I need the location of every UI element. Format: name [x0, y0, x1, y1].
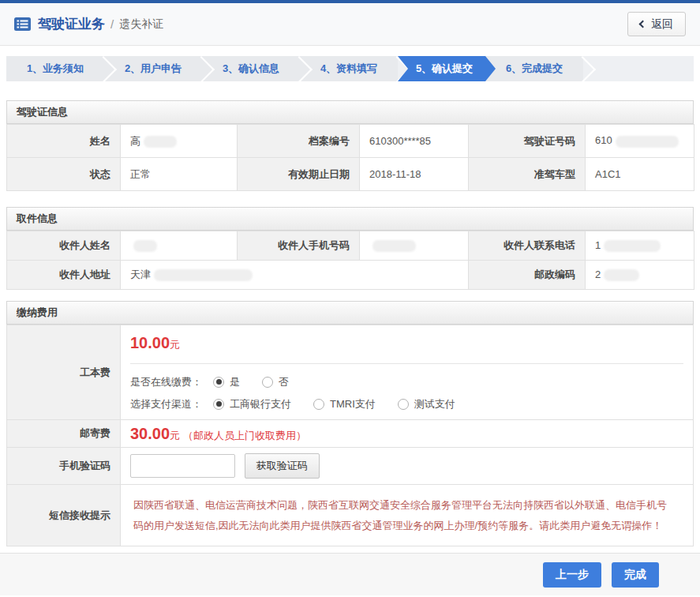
name-label: 姓名 [7, 125, 121, 158]
postage-amount: 30.00元 [130, 426, 180, 443]
footer-action-bar: 上一步 完成 [0, 553, 700, 595]
license-number-value: 610 [586, 125, 694, 158]
redacted-value [154, 269, 253, 281]
chevron-left-icon [639, 21, 647, 28]
recipient-address-value: 天津 [121, 261, 469, 290]
online-pay-question-row: 是否在线缴费： 是 否 [130, 375, 683, 389]
payment-section-title: 缴纳费用 [6, 301, 694, 325]
divider [130, 363, 683, 364]
postage-content: 30.00元（邮政人员上门收取费用） [121, 420, 694, 448]
pickup-info-section: 取件信息 收件人姓名 收件人手机号码 收件人联系电话 1 收件人地址 天津 邮政… [6, 207, 694, 290]
channel-tmri-radio[interactable]: TMRI支付 [313, 397, 376, 411]
step-6-finish-submit[interactable]: 6、完成提交 [485, 56, 583, 81]
license-section-title: 驾驶证信息 [6, 100, 694, 124]
radio-unchecked-icon [313, 399, 324, 410]
table-row: 收件人地址 天津 邮政编码 2 [7, 261, 694, 290]
table-row: 状态 正常 有效期止日期 2018-11-18 准驾车型 A1C1 [7, 158, 694, 191]
zip-code-value: 2 [586, 261, 694, 290]
payment-section: 缴纳费用 工本费 10.00元 是否在线缴费： 是 否 [6, 301, 694, 546]
license-menu-icon [14, 17, 31, 31]
recipient-phone-value: 1 [586, 231, 694, 261]
recipient-name-label: 收件人姓名 [7, 231, 121, 261]
sms-notice-label: 短信接收提示 [7, 485, 121, 546]
license-info-section: 驾驶证信息 姓名 高 档案编号 610300****85 驾驶证号码 610 状… [6, 100, 694, 191]
table-row: 收件人姓名 收件人手机号码 收件人联系电话 1 [7, 231, 694, 261]
pay-channel-question-row: 选择支付渠道： 工商银行支付 TMRI支付 测试支付 [130, 397, 683, 411]
sms-code-input[interactable] [130, 454, 235, 478]
breadcrumb-divider: / [110, 17, 114, 31]
sms-code-content: 获取验证码 [121, 448, 694, 485]
back-button-label: 返回 [651, 17, 673, 32]
page-title: 驾驶证业务 [38, 15, 105, 33]
license-info-table: 姓名 高 档案编号 610300****85 驾驶证号码 610 状态 正常 有… [6, 124, 694, 191]
finish-button[interactable]: 完成 [612, 562, 659, 588]
breadcrumb-current: 遗失补证 [119, 17, 163, 32]
postage-label: 邮寄费 [7, 420, 121, 448]
zip-code-label: 邮政编码 [469, 261, 586, 290]
pay-channel-question: 选择支付渠道： [130, 397, 202, 411]
redacted-value [133, 240, 157, 252]
card-fee-amount: 10.00元 [130, 331, 683, 354]
table-row: 姓名 高 档案编号 610300****85 驾驶证号码 610 [7, 125, 694, 158]
radio-checked-icon [213, 399, 224, 410]
step-2-user-declaration[interactable]: 2、用户申告 [104, 56, 202, 81]
page-header: 驾驶证业务 / 遗失补证 返回 [0, 3, 700, 46]
license-number-label: 驾驶证号码 [469, 125, 586, 158]
radio-unchecked-icon [398, 399, 409, 410]
recipient-mobile-label: 收件人手机号码 [238, 231, 360, 261]
redacted-value [616, 136, 679, 148]
recipient-name-value [121, 231, 238, 261]
pickup-info-table: 收件人姓名 收件人手机号码 收件人联系电话 1 收件人地址 天津 邮政编码 2 [6, 231, 694, 290]
name-value: 高 [121, 125, 238, 158]
channel-test-radio[interactable]: 测试支付 [398, 397, 455, 411]
recipient-address-label: 收件人地址 [7, 261, 121, 290]
sms-code-label: 手机验证码 [7, 448, 121, 485]
file-number-value: 610300****85 [360, 125, 469, 158]
redacted-value [144, 136, 177, 148]
step-1-business-notice[interactable]: 1、业务须知 [6, 56, 104, 81]
step-5-confirm-submit[interactable]: 5、确认提交 [398, 56, 496, 81]
postage-note: （邮政人员上门收取费用） [183, 430, 306, 441]
online-pay-no-radio[interactable]: 否 [262, 375, 289, 389]
redacted-value [372, 240, 416, 252]
online-pay-yes-radio[interactable]: 是 [213, 375, 240, 389]
card-fee-content: 10.00元 是否在线缴费： 是 否 选择支付渠道： [121, 325, 694, 420]
sms-notice-text: 因陕西省联通、电信运营商技术问题，陕西省互联网交通安全综合服务管理平台无法向持陕… [130, 490, 683, 541]
previous-step-button[interactable]: 上一步 [543, 562, 601, 588]
status-label: 状态 [7, 158, 121, 191]
step-bar-filler [583, 56, 694, 81]
card-fee-label: 工本费 [7, 325, 121, 420]
vehicle-class-value: A1C1 [586, 158, 694, 191]
status-value: 正常 [121, 158, 238, 191]
channel-icbc-radio[interactable]: 工商银行支付 [213, 397, 291, 411]
radio-unchecked-icon [262, 377, 273, 388]
get-code-button[interactable]: 获取验证码 [245, 453, 320, 479]
postage-fee-row: 邮寄费 30.00元（邮政人员上门收取费用） [7, 420, 694, 448]
payment-table: 工本费 10.00元 是否在线缴费： 是 否 [6, 325, 694, 546]
vehicle-class-label: 准驾车型 [469, 158, 586, 191]
recipient-phone-label: 收件人联系电话 [469, 231, 586, 261]
sms-code-row: 手机验证码 获取验证码 [7, 448, 694, 485]
expiry-date-value: 2018-11-18 [360, 158, 469, 191]
expiry-date-label: 有效期止日期 [238, 158, 360, 191]
file-number-label: 档案编号 [238, 125, 360, 158]
redacted-value [604, 240, 661, 252]
pickup-section-title: 取件信息 [6, 207, 694, 231]
online-pay-question: 是否在线缴费： [130, 375, 202, 389]
radio-checked-icon [213, 377, 224, 388]
card-fee-row: 工本费 10.00元 是否在线缴费： 是 否 [7, 325, 694, 420]
sms-notice-content: 因陕西省联通、电信运营商技术问题，陕西省互联网交通安全综合服务管理平台无法向持陕… [121, 485, 694, 546]
sms-notice-row: 短信接收提示 因陕西省联通、电信运营商技术问题，陕西省互联网交通安全综合服务管理… [7, 485, 694, 546]
redacted-value [604, 269, 639, 281]
step-3-confirm-info[interactable]: 3、确认信息 [202, 56, 300, 81]
step-wizard: 1、业务须知 2、用户申告 3、确认信息 4、资料填写 5、确认提交 6、完成提… [6, 56, 694, 81]
step-4-fill-data[interactable]: 4、资料填写 [300, 56, 398, 81]
back-button[interactable]: 返回 [627, 12, 686, 36]
recipient-mobile-value [360, 231, 469, 261]
